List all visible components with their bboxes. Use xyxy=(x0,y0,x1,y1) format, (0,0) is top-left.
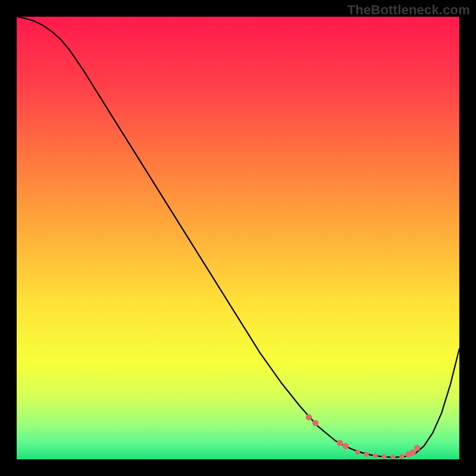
watermark-text: TheBottleneck.com xyxy=(347,2,470,18)
marker-point xyxy=(372,453,377,458)
marker-point xyxy=(337,440,343,446)
marker-point xyxy=(312,420,318,426)
marker-point xyxy=(343,443,349,449)
plot-svg xyxy=(17,17,459,459)
plot-area xyxy=(17,17,459,459)
gradient-background xyxy=(17,17,459,459)
marker-point xyxy=(390,455,395,459)
marker-point xyxy=(355,450,360,455)
chart-frame: TheBottleneck.com xyxy=(0,0,476,476)
marker-point xyxy=(381,454,386,459)
marker-point xyxy=(399,454,404,459)
marker-point xyxy=(364,452,369,457)
marker-point xyxy=(306,414,312,420)
marker-point xyxy=(410,449,416,455)
marker-point xyxy=(414,444,420,450)
